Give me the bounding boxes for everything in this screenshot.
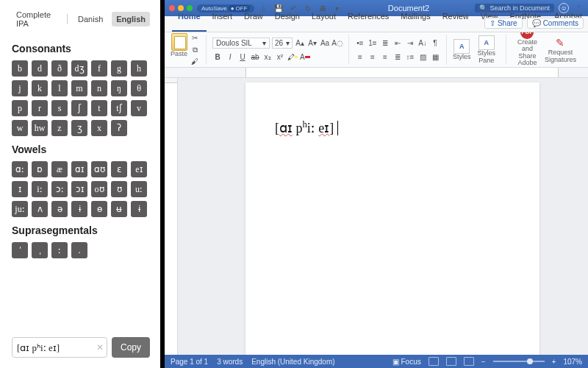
consonant-key[interactable]: f	[91, 60, 107, 77]
consonant-key[interactable]: k	[32, 80, 48, 96]
consonant-key[interactable]: s	[51, 100, 68, 116]
align-center-icon[interactable]: ≡	[368, 52, 378, 62]
vowel-key[interactable]: ɑː	[12, 161, 28, 177]
vowel-key[interactable]: ʊ	[111, 181, 127, 197]
zoom-slider[interactable]	[493, 361, 545, 362]
cut-icon[interactable]: ✂	[190, 33, 200, 43]
vowel-key[interactable]: uː	[131, 181, 147, 197]
consonant-key[interactable]: p	[12, 100, 28, 116]
copy-button[interactable]: Copy	[112, 337, 150, 358]
supra-key[interactable]: ː	[51, 242, 68, 258]
consonant-key[interactable]: g	[111, 60, 127, 77]
strike-icon[interactable]: ab	[250, 52, 260, 63]
consonant-key[interactable]: ʃ	[71, 100, 87, 116]
ribbon-tab-mailings[interactable]: Mailings	[395, 9, 436, 32]
status-page[interactable]: Page 1 of 1	[171, 358, 208, 366]
consonant-key[interactable]: v	[131, 100, 147, 116]
supra-key[interactable]: ˌ	[32, 242, 48, 258]
vowel-key[interactable]: juː	[12, 201, 28, 217]
consonant-key[interactable]: tʃ	[111, 100, 127, 116]
clear-icon[interactable]: ✕	[96, 342, 104, 353]
share-button[interactable]: ⇪Share	[484, 18, 523, 29]
vowel-key[interactable]: oʊ	[91, 181, 107, 197]
font-color-icon[interactable]: A	[300, 52, 310, 63]
status-lang[interactable]: English (United Kingdom)	[251, 358, 334, 366]
bold-icon[interactable]: B	[212, 52, 223, 63]
highlight-icon[interactable]: 🖍	[287, 52, 298, 63]
line-spacing-icon[interactable]: ↕≡	[405, 52, 415, 62]
zoom-value[interactable]: 107%	[563, 358, 582, 366]
outdent-icon[interactable]: ⇤	[392, 38, 403, 48]
ribbon-tab-design[interactable]: Design	[269, 9, 306, 32]
sort-icon[interactable]: A↓	[417, 38, 428, 48]
shrink-font-icon[interactable]: A▾	[307, 38, 318, 48]
underline-icon[interactable]: U	[237, 52, 248, 63]
ruler-vertical[interactable]	[165, 78, 178, 355]
align-right-icon[interactable]: ≡	[380, 52, 390, 62]
consonant-key[interactable]: j	[12, 80, 28, 96]
consonant-key[interactable]: z	[51, 120, 68, 136]
consonant-key[interactable]: θ	[131, 80, 147, 96]
supra-key[interactable]: ˈ	[12, 242, 28, 258]
consonant-key[interactable]: l	[51, 80, 68, 96]
styles-gallery-icon[interactable]: A	[453, 39, 470, 54]
vowel-key[interactable]: ɒ	[32, 161, 48, 177]
indent-icon[interactable]: ⇥	[405, 38, 415, 48]
ipa-output-input[interactable]	[17, 342, 90, 354]
vowel-key[interactable]: ɨ	[131, 201, 147, 217]
vowel-key[interactable]: eɪ	[131, 161, 147, 177]
tab-english[interactable]: English	[112, 12, 150, 26]
vowel-key[interactable]: iː	[32, 181, 48, 197]
tab-danish[interactable]: Danish	[74, 12, 107, 26]
status-words[interactable]: 3 words	[217, 358, 243, 366]
shading-icon[interactable]: ▨	[417, 52, 428, 62]
vowel-key[interactable]: ɑɪ	[71, 161, 87, 177]
ribbon-tab-home[interactable]: Home	[172, 9, 207, 32]
consonant-key[interactable]: ʔ	[111, 120, 127, 136]
font-size-select[interactable]: 26▾	[272, 38, 293, 49]
consonant-key[interactable]: r	[32, 100, 48, 116]
bullets-icon[interactable]: •≡	[355, 38, 365, 48]
consonant-key[interactable]: ŋ	[111, 80, 127, 96]
font-name-select[interactable]: Doulos SIL▾	[212, 38, 270, 49]
consonant-key[interactable]: d	[32, 60, 48, 77]
vowel-key[interactable]: ɛ	[111, 161, 127, 177]
borders-icon[interactable]: ▦	[430, 52, 440, 62]
focus-mode[interactable]: ▣ Focus	[392, 358, 421, 366]
consonant-key[interactable]: ʒ	[71, 120, 87, 136]
tab-complete-ipa[interactable]: Complete IPA	[12, 7, 61, 31]
clear-format-icon[interactable]: A◌	[332, 38, 343, 48]
consonant-key[interactable]: x	[91, 120, 107, 136]
zoom-out-icon[interactable]: −	[481, 358, 486, 366]
vowel-key[interactable]: ɪ	[12, 181, 28, 197]
justify-icon[interactable]: ≣	[392, 52, 403, 62]
page[interactable]: [ɑɪ phiː eɪ]	[245, 82, 539, 355]
view-print-icon[interactable]	[429, 357, 439, 366]
styles-pane-icon[interactable]: A	[478, 35, 495, 50]
vowel-key[interactable]: æ	[51, 161, 68, 177]
vowel-key[interactable]: ə	[51, 201, 68, 217]
paste-icon[interactable]	[171, 33, 187, 51]
ipa-output-field[interactable]: ✕	[12, 337, 107, 358]
consonant-key[interactable]: h	[131, 60, 147, 77]
numbering-icon[interactable]: 1≡	[368, 38, 378, 48]
copy-icon[interactable]: ⧉	[190, 45, 200, 55]
document-canvas[interactable]: [ɑɪ phiː eɪ]	[178, 78, 588, 355]
ribbon-tab-review[interactable]: Review	[437, 9, 475, 32]
signature-icon[interactable]: ✎	[553, 36, 567, 49]
supra-key[interactable]: .	[71, 242, 87, 258]
view-web-icon[interactable]	[446, 357, 456, 366]
vowel-key[interactable]: ʉ	[111, 201, 127, 217]
ribbon-tab-references[interactable]: References	[342, 9, 395, 32]
consonant-key[interactable]: n	[91, 80, 107, 96]
show-marks-icon[interactable]: ¶	[430, 38, 440, 48]
ruler-horizontal[interactable]	[165, 68, 588, 78]
vowel-key[interactable]: ɵ	[91, 201, 107, 217]
subscript-icon[interactable]: x₂	[262, 52, 273, 63]
ribbon-tab-insert[interactable]: Insert	[207, 9, 239, 32]
zoom-in-icon[interactable]: +	[552, 358, 556, 366]
view-outline-icon[interactable]	[464, 357, 474, 366]
vowel-key[interactable]: ɑʊ	[91, 161, 107, 177]
ribbon-tab-layout[interactable]: Layout	[306, 9, 342, 32]
superscript-icon[interactable]: x²	[275, 52, 285, 63]
